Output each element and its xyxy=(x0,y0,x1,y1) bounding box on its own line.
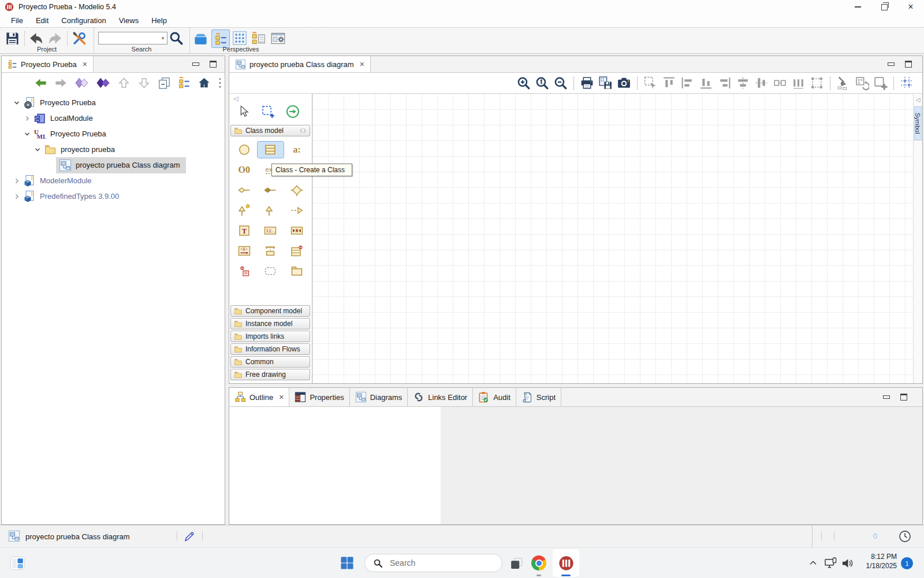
navigate-back-button[interactable] xyxy=(34,76,47,90)
menu-configuration[interactable]: Configuration xyxy=(55,14,112,27)
explorer-tab[interactable]: Proyecto Prueba × xyxy=(2,56,94,72)
panel-maximize-icon[interactable] xyxy=(210,61,217,68)
palette-item-templated-class-icon[interactable] xyxy=(284,243,310,259)
add-frame-icon[interactable] xyxy=(873,76,888,90)
perspective-container-icon[interactable] xyxy=(193,31,208,46)
palette-item-nary-association-icon[interactable] xyxy=(284,182,310,198)
perspective-forms-icon[interactable] xyxy=(251,31,266,46)
palette-item-stereotype-icon[interactable] xyxy=(231,263,258,279)
minimize-button[interactable] xyxy=(844,0,871,14)
tab-script[interactable]: Script xyxy=(516,388,561,406)
chrome-icon[interactable] xyxy=(531,555,546,570)
tree-item-localmodule[interactable]: LocalModule xyxy=(2,110,225,126)
tree-item-package[interactable]: proyecto prueba xyxy=(2,142,225,157)
fit-to-grid-icon[interactable] xyxy=(810,76,824,90)
chevron-down-icon[interactable] xyxy=(21,131,33,138)
chevron-down-icon[interactable] xyxy=(32,146,43,153)
search-box[interactable]: ▾ xyxy=(98,32,167,45)
align-bottom-icon[interactable] xyxy=(699,76,713,90)
diagram-canvas[interactable] xyxy=(312,94,913,383)
tray-chevron-up-icon[interactable] xyxy=(808,558,818,568)
export-image-icon[interactable] xyxy=(598,76,613,90)
palette-item-attribute[interactable]: a: xyxy=(284,142,310,158)
palette-section-information-flows[interactable]: Information Flows xyxy=(230,343,310,355)
collapse-all-button[interactable] xyxy=(158,76,171,90)
distribute-icon[interactable] xyxy=(791,76,806,90)
palette-item-template-binding-icon[interactable] xyxy=(258,243,284,259)
link-tool-icon[interactable] xyxy=(285,104,300,119)
link-with-editor-button[interactable] xyxy=(178,76,191,89)
palette-item-instance-icon[interactable] xyxy=(231,142,258,158)
tab-audit[interactable]: Audit xyxy=(473,388,516,406)
move-up-button[interactable] xyxy=(117,76,131,90)
panel-maximize-icon[interactable] xyxy=(900,394,907,401)
diagram-tab-close-icon[interactable]: × xyxy=(360,60,364,69)
search-button[interactable] xyxy=(169,31,184,46)
palette-section-free-drawing[interactable]: Free drawing xyxy=(230,369,310,380)
explorer-tab-close-icon[interactable]: × xyxy=(83,60,87,69)
diagram-tab[interactable]: proyecto prueba Class diagram × xyxy=(229,56,371,72)
palette-item-dependency-icon[interactable] xyxy=(284,202,310,218)
palette-section-component-model[interactable]: Component model xyxy=(230,305,310,317)
perspective-diagram-icon[interactable] xyxy=(232,31,247,46)
chevron-right-icon[interactable] xyxy=(21,115,33,122)
move-down-button[interactable] xyxy=(137,76,151,90)
search-input[interactable] xyxy=(99,33,159,43)
marquee-tool-icon[interactable] xyxy=(261,105,275,119)
palette-item-generalization-icon[interactable] xyxy=(258,202,284,218)
task-view-icon[interactable] xyxy=(509,556,524,570)
pin-section-icon[interactable] xyxy=(299,128,307,134)
zoom-out-icon[interactable] xyxy=(553,76,568,90)
center-horizontal-icon[interactable] xyxy=(754,76,769,90)
tree-item-uml-project[interactable]: Proyecto Prueba xyxy=(2,126,225,142)
expand-symbol-panel-icon[interactable]: ◁ xyxy=(916,97,921,103)
configure-tools-button[interactable] xyxy=(72,31,87,46)
chevron-right-icon[interactable] xyxy=(11,177,23,184)
palette-section-common[interactable]: Common xyxy=(230,356,310,368)
tab-links-editor[interactable]: Links Editor xyxy=(408,388,473,406)
palette-item-association-end-icon[interactable] xyxy=(284,223,310,239)
previous-selection-button[interactable] xyxy=(74,77,89,89)
restore-button[interactable] xyxy=(871,0,897,14)
menu-file[interactable]: File xyxy=(5,14,29,27)
next-selection-button[interactable] xyxy=(96,77,110,89)
outline-preview[interactable] xyxy=(441,407,922,524)
palette-section-instance-model[interactable]: Instance model xyxy=(230,318,310,329)
chevron-right-icon[interactable] xyxy=(11,193,23,200)
close-button[interactable]: × xyxy=(897,0,924,14)
palette-item-signal-icon[interactable] xyxy=(231,243,258,259)
network-icon[interactable] xyxy=(824,557,837,570)
selected-tree-item[interactable]: proyecto prueba Class diagram xyxy=(56,157,186,173)
home-button[interactable] xyxy=(198,76,211,90)
panel-minimize-icon[interactable] xyxy=(883,395,890,399)
tree-item-project[interactable]: Proyecto Prueba xyxy=(2,95,225,110)
zoom-100-icon[interactable] xyxy=(535,76,549,90)
tab-properties[interactable]: Properties xyxy=(289,388,349,406)
search-dropdown-icon[interactable]: ▾ xyxy=(159,35,167,41)
palette-item-aggregation-icon[interactable] xyxy=(231,182,258,198)
forward-button[interactable] xyxy=(47,31,64,47)
palette-collapse-icon[interactable]: ◁ xyxy=(233,95,238,102)
volume-icon[interactable] xyxy=(841,557,854,570)
palette-section-class-model[interactable]: Class model xyxy=(230,125,310,136)
start-button[interactable] xyxy=(340,556,354,570)
print-icon[interactable] xyxy=(580,76,594,90)
menu-help[interactable]: Help xyxy=(145,14,173,27)
palette-item-ghost-icon[interactable] xyxy=(258,263,284,279)
refresh-diagram-icon[interactable] xyxy=(855,76,869,90)
palette-item-enumeration-icon[interactable] xyxy=(258,223,284,239)
center-vertical-icon[interactable] xyxy=(736,76,750,90)
zoom-in-icon[interactable] xyxy=(516,76,531,90)
tree-item-class-diagram[interactable]: proyecto prueba Class diagram xyxy=(2,157,225,173)
chevron-down-icon[interactable] xyxy=(11,99,23,106)
back-button[interactable] xyxy=(28,31,44,47)
menu-dots-icon[interactable] xyxy=(218,76,222,90)
menu-edit[interactable]: Edit xyxy=(29,14,55,27)
palette-item-composition-icon[interactable] xyxy=(258,182,284,198)
panel-maximize-icon[interactable] xyxy=(905,61,912,68)
notification-badge[interactable]: 1 xyxy=(901,557,913,569)
clean-diagram-icon[interactable] xyxy=(836,76,851,90)
panel-minimize-icon[interactable] xyxy=(888,62,895,66)
outline-view[interactable] xyxy=(229,407,441,524)
tab-diagrams[interactable]: Diagrams xyxy=(350,388,408,406)
